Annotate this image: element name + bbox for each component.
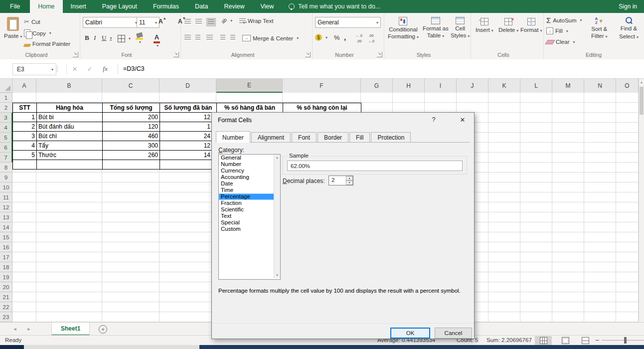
increase-decimal-button[interactable]: ←.0.00 (356, 34, 362, 43)
new-sheet-button[interactable]: + (99, 325, 107, 334)
row-header-10[interactable]: 10 (0, 182, 12, 192)
tab-home[interactable]: Home (30, 0, 62, 13)
tab-page-layout[interactable]: Page Layout (94, 0, 145, 13)
accounting-format-button[interactable]: $ (315, 34, 327, 41)
cell-B6[interactable]: Tẩy (37, 141, 103, 151)
cell-A3[interactable]: 1 (13, 113, 37, 122)
cell-B8[interactable] (37, 160, 103, 170)
dialog-tab-protection[interactable]: Protection (371, 132, 411, 142)
cancel-button[interactable]: Cancel (435, 328, 472, 339)
column-header-O[interactable]: O (616, 79, 639, 92)
zoom-slider-thumb[interactable] (624, 337, 627, 344)
format-painter-button[interactable]: Format Painter (24, 41, 70, 47)
category-item-scientific[interactable]: Scientific (219, 206, 280, 213)
paste-button[interactable]: Paste (4, 17, 22, 39)
scroll-up-icon[interactable]: ▲ (639, 79, 644, 86)
cell-D4[interactable]: 1 (160, 122, 217, 132)
dialog-tab-fill[interactable]: Fill (349, 132, 370, 142)
tab-data[interactable]: Data (187, 0, 216, 13)
column-header-I[interactable]: I (425, 79, 457, 92)
listbox-scrollbar[interactable]: ▲ ▼ (274, 155, 280, 278)
zoom-slider-track[interactable] (602, 340, 644, 341)
alignment-dialog-launcher-icon[interactable]: ↘ (305, 52, 311, 57)
spin-up-icon[interactable]: ▲ (346, 176, 353, 180)
category-item-date[interactable]: Date (219, 180, 280, 187)
top-align-button[interactable] (184, 19, 191, 24)
decrease-decimal-button[interactable]: .00→.0 (368, 34, 374, 43)
page-break-view-button[interactable] (577, 336, 594, 345)
clipboard-dialog-launcher-icon[interactable]: ↘ (73, 52, 78, 57)
scroll-up-icon[interactable]: ▲ (274, 155, 280, 161)
category-item-fraction[interactable]: Fraction (219, 200, 280, 206)
dialog-tab-border[interactable]: Border (318, 132, 348, 142)
bottom-align-button[interactable] (206, 18, 216, 26)
sort-filter-button[interactable]: AZ▼ Sort & Filter (591, 17, 608, 39)
cell-C5[interactable]: 460 (103, 132, 160, 141)
cell-B3[interactable]: Bút bi (37, 113, 103, 122)
insert-function-icon[interactable]: fx (99, 63, 112, 74)
cell-styles-button[interactable]: Cell Styles (451, 17, 470, 38)
scroll-down-icon[interactable]: ▼ (274, 272, 280, 278)
insert-cells-button[interactable]: Insert (476, 18, 493, 33)
tab-formulas[interactable]: Formulas (145, 0, 187, 13)
category-item-number[interactable]: Number (219, 161, 280, 168)
column-header-K[interactable]: K (488, 79, 520, 92)
row-header-19[interactable]: 19 (0, 272, 12, 282)
row-header-14[interactable]: 14 (0, 222, 12, 232)
merge-center-button[interactable]: ↔ Merge & Center (242, 35, 299, 41)
category-item-currency[interactable]: Currency (219, 168, 280, 174)
cell-C3[interactable]: 200 (103, 113, 160, 122)
font-name-combo[interactable]: Calibri▾ (83, 17, 140, 28)
increase-font-size-button[interactable]: A (159, 18, 166, 25)
column-header-N[interactable]: N (584, 79, 616, 92)
dialog-tab-number[interactable]: Number (216, 131, 250, 143)
row-header-12[interactable]: 12 (0, 202, 12, 212)
middle-align-button[interactable] (195, 19, 202, 24)
sign-in-button[interactable]: Sign in (619, 0, 644, 13)
cell-A4[interactable]: 2 (13, 122, 37, 132)
windows-taskbar[interactable] (0, 345, 644, 349)
cell-D5[interactable]: 24 (160, 132, 217, 141)
decimal-places-spinner[interactable]: 2 ▲ ▼ (328, 175, 353, 185)
column-header-H[interactable]: H (393, 79, 425, 92)
tab-view[interactable]: View (252, 0, 282, 13)
format-cells-button[interactable]: Format (520, 18, 542, 33)
cell-B5[interactable]: Bút chì (37, 132, 103, 141)
row-header-5[interactable]: 5 (0, 133, 12, 143)
row-header-21[interactable]: 21 (0, 292, 12, 302)
prev-sheet-icon[interactable]: ◄ (9, 323, 21, 336)
cell-A7[interactable]: 5 (13, 151, 37, 160)
cut-button[interactable]: ✂ Cut (24, 18, 40, 25)
decrease-indent-button[interactable] (220, 35, 225, 40)
next-sheet-icon[interactable]: ► (23, 323, 35, 336)
autosum-button[interactable]: Σ AutoSum (546, 16, 582, 24)
cell-D7[interactable]: 14 (160, 151, 217, 160)
category-item-custom[interactable]: Custom (219, 226, 280, 232)
category-listbox[interactable]: GeneralNumberCurrencyAccountingDateTimeP… (218, 154, 281, 280)
page-layout-view-button[interactable] (557, 336, 574, 345)
row-header-6[interactable]: 6 (0, 143, 12, 153)
font-dialog-launcher-icon[interactable]: ↘ (173, 52, 179, 57)
borders-button[interactable] (118, 35, 131, 42)
cell-A2[interactable]: STT (13, 103, 37, 113)
column-header-L[interactable]: L (520, 79, 552, 92)
delete-cells-button[interactable]: Delete (498, 18, 518, 33)
tab-review[interactable]: Review (216, 0, 252, 13)
cell-A8[interactable] (13, 160, 37, 170)
fill-color-button[interactable] (136, 33, 143, 44)
cell-C8[interactable] (103, 160, 160, 170)
row-header-17[interactable]: 17 (0, 252, 12, 262)
taskbar-search-box[interactable] (24, 345, 199, 349)
number-dialog-launcher-icon[interactable]: ↘ (377, 52, 382, 57)
underline-button[interactable]: U (102, 34, 112, 42)
row-header-22[interactable]: 22 (0, 302, 12, 312)
row-header-20[interactable]: 20 (0, 282, 12, 292)
wrap-text-button[interactable]: ↩ Wrap Text (239, 18, 273, 24)
category-item-time[interactable]: Time (219, 187, 280, 193)
zoom-out-button[interactable]: − (595, 336, 599, 344)
align-right-button[interactable] (206, 35, 213, 40)
cancel-entry-icon[interactable]: ✕ (69, 63, 81, 74)
comma-style-button[interactable]: , (344, 33, 346, 41)
vertical-scrollbar[interactable]: ▲ (639, 79, 644, 322)
cell-B7[interactable]: Thước (37, 151, 103, 160)
